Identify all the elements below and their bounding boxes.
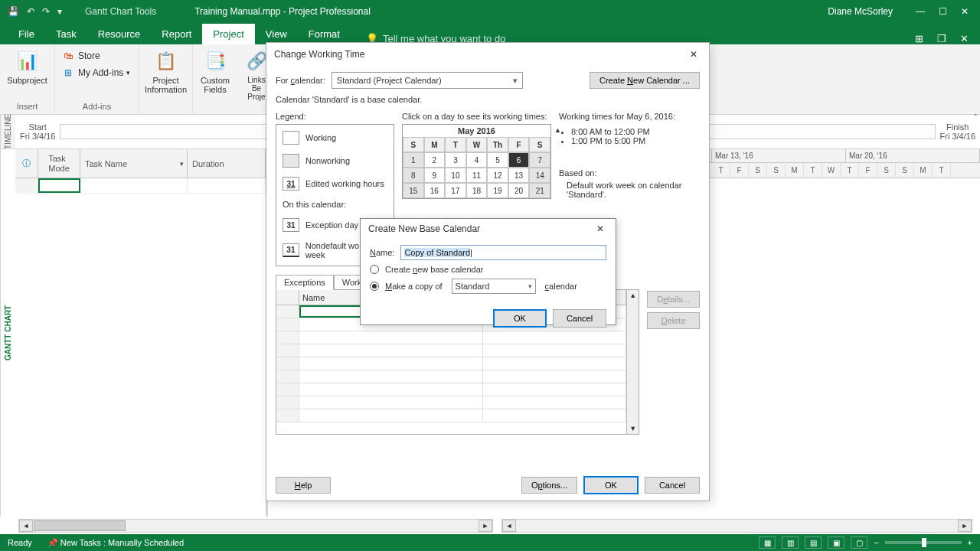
indicator-column[interactable]: ⓘ xyxy=(15,149,38,178)
task-grid: ⓘ Task Mode Task Name ▾ Duration xyxy=(15,149,268,517)
duration-column[interactable]: Duration xyxy=(188,149,266,178)
zoom-out-icon[interactable]: − xyxy=(874,538,878,547)
close-subwindow-icon[interactable]: ✕ xyxy=(960,33,969,44)
collapse-ribbon-icon[interactable]: ˆ xyxy=(974,113,977,124)
calendar-day[interactable]: 21 xyxy=(529,183,550,198)
task-mode-column[interactable]: Task Mode xyxy=(38,149,80,178)
store-button[interactable]: 🛍 Store xyxy=(61,47,132,64)
day-header: F xyxy=(859,163,877,178)
addins-icon: ⊞ xyxy=(61,66,75,80)
cancel-button[interactable]: Cancel xyxy=(645,477,700,494)
help-button[interactable]: Help xyxy=(276,477,331,494)
cal-prev-icon[interactable]: ▲ xyxy=(554,126,561,134)
tab-task[interactable]: Task xyxy=(45,24,87,44)
scroll-thumb[interactable] xyxy=(34,520,126,531)
restore-window-icon[interactable]: ❐ xyxy=(937,33,946,44)
calendar-name-input[interactable]: Copy of Standard| xyxy=(400,245,606,260)
group-addins-label: Add-ins xyxy=(61,100,132,111)
calendar-select[interactable]: Standard (Project Calendar) xyxy=(332,72,523,89)
calendar-day[interactable]: 10 xyxy=(445,168,466,183)
exceptions-tab[interactable]: Exceptions xyxy=(276,275,334,290)
details-button[interactable]: Details... xyxy=(647,291,700,308)
gantt-side-tab[interactable]: GANTT CHART xyxy=(0,149,15,517)
left-hscroll[interactable]: ◄ ► xyxy=(18,519,493,533)
tab-resource[interactable]: Resource xyxy=(87,24,152,44)
tab-format[interactable]: Format xyxy=(298,24,351,44)
make-copy-radio[interactable] xyxy=(370,282,379,291)
calendar-day[interactable]: 19 xyxy=(487,183,508,198)
dlg2-cancel-button[interactable]: Cancel xyxy=(553,309,606,328)
calendar-day[interactable]: 16 xyxy=(424,183,446,198)
calendar-day-selected[interactable]: 6 xyxy=(508,152,530,168)
project-info-icon: 📋 xyxy=(154,49,178,73)
week-header: Mar 13, '16 xyxy=(712,149,846,162)
tab-project[interactable]: Project xyxy=(202,24,254,44)
redo-icon[interactable]: ↷ xyxy=(42,6,50,17)
scroll-right-icon[interactable]: ► xyxy=(479,520,492,532)
options-button[interactable]: Options... xyxy=(521,477,577,494)
calendar-day[interactable]: 17 xyxy=(445,183,466,198)
calendar-day[interactable]: 5 xyxy=(487,152,508,168)
calendar-day[interactable]: 2 xyxy=(424,152,446,168)
calendar-day[interactable]: 11 xyxy=(466,168,488,183)
view-gantt-icon[interactable]: ▦ xyxy=(759,536,776,549)
copy-calendar-select[interactable]: Standard xyxy=(452,279,536,294)
timeline-side-tab[interactable]: TIMELINE xyxy=(0,115,15,148)
ok-button[interactable]: OK xyxy=(583,476,639,494)
table-vscroll[interactable]: ▲▼ xyxy=(626,290,639,434)
zoom-in-icon[interactable]: + xyxy=(968,538,972,547)
view-task-icon[interactable]: ▥ xyxy=(782,536,799,549)
calendar-day[interactable]: 12 xyxy=(487,168,508,183)
title-bar: 💾 ↶ ↷ ▾ Gantt Chart Tools Training Manua… xyxy=(0,0,980,23)
create-new-calendar-button[interactable]: Create New Calendar ... xyxy=(590,72,700,89)
close-dialog-button[interactable]: ✕ xyxy=(686,47,701,62)
view-resource-icon[interactable]: ▣ xyxy=(828,536,844,549)
dlg2-ok-button[interactable]: OK xyxy=(493,309,547,328)
tab-file[interactable]: File xyxy=(8,24,45,44)
custom-fields-icon: 📑 xyxy=(203,49,227,73)
create-new-radio[interactable] xyxy=(370,265,379,274)
view-report-icon[interactable]: ▢ xyxy=(851,536,867,549)
ribbon-options-icon[interactable]: ⊞ xyxy=(915,33,923,44)
custom-fields-button[interactable]: 📑 Custom Fields xyxy=(199,47,231,96)
based-on-label: Based on: xyxy=(559,168,693,178)
calendar-day[interactable]: 18 xyxy=(466,183,488,198)
calendar-day[interactable]: 9 xyxy=(424,168,446,183)
custom-fields-label: Custom Fields xyxy=(201,76,230,94)
minimize-icon[interactable]: — xyxy=(916,6,925,17)
close-dialog2-button[interactable]: ✕ xyxy=(593,221,608,236)
zoom-slider[interactable] xyxy=(885,541,962,544)
close-icon[interactable]: ✕ xyxy=(961,6,969,17)
grid-cell[interactable] xyxy=(80,178,188,193)
delete-button[interactable]: Delete xyxy=(647,312,700,329)
maximize-icon[interactable]: ☐ xyxy=(939,6,947,17)
scroll-left-icon[interactable]: ◄ xyxy=(19,520,33,532)
calendar-day[interactable]: 1 xyxy=(403,152,424,168)
tab-report[interactable]: Report xyxy=(151,24,202,44)
calendar-day[interactable]: 7 xyxy=(529,152,550,168)
scroll-left-icon[interactable]: ◄ xyxy=(502,520,516,532)
my-addins-button[interactable]: ⊞ My Add-ins ▾ xyxy=(61,64,132,81)
grid-cell[interactable] xyxy=(188,178,266,193)
selected-cell[interactable] xyxy=(38,178,80,193)
view-team-icon[interactable]: ▤ xyxy=(805,536,822,549)
scroll-right-icon[interactable]: ► xyxy=(958,520,972,532)
calendar-day[interactable]: 3 xyxy=(445,152,466,168)
calendar-day[interactable]: 14 xyxy=(529,168,550,183)
tab-view[interactable]: View xyxy=(255,24,298,44)
subproject-button[interactable]: 📊 Subproject xyxy=(6,47,48,86)
save-icon[interactable]: 💾 xyxy=(8,6,19,17)
right-hscroll[interactable]: ◄ ► xyxy=(501,519,972,533)
undo-icon[interactable]: ↶ xyxy=(27,6,34,17)
calendar-day[interactable]: 20 xyxy=(508,183,530,198)
subproject-icon: 📊 xyxy=(15,49,40,73)
calendar-day[interactable]: 8 xyxy=(403,168,424,183)
project-info-button[interactable]: 📋 Project Information xyxy=(145,47,186,96)
calendar-day[interactable]: 13 xyxy=(508,168,530,183)
calendar-day[interactable]: 4 xyxy=(466,152,488,168)
calendar-day[interactable]: 15 xyxy=(403,183,424,198)
working-times-title: Working times for May 6, 2016: xyxy=(559,112,693,121)
qat-more-icon[interactable]: ▾ xyxy=(57,6,62,17)
task-name-column[interactable]: Task Name ▾ xyxy=(80,149,188,178)
based-on-text: Default work week on calendar 'Standard'… xyxy=(567,181,693,199)
